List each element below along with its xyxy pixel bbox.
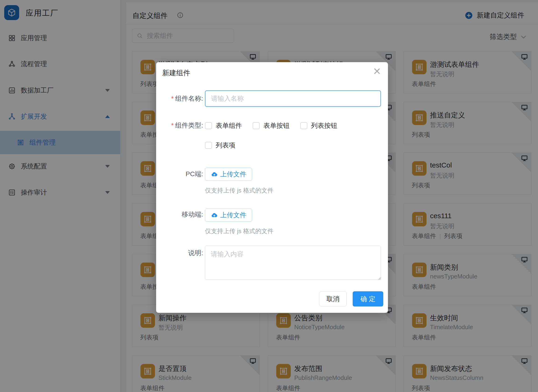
component-name-input[interactable] [205,90,381,107]
dialog-title: 新建组件 [162,68,190,78]
cloud-upload-icon [211,171,218,178]
mobile-upload-hint: 仅支持上传 js 格式的文件 [205,228,273,234]
name-field-label: *组件名称: [156,94,203,103]
description-textarea[interactable] [205,246,381,280]
type-field-label: *组件类型: [156,121,203,130]
close-icon[interactable]: ✕ [371,65,383,77]
component-type-checkbox-列表按钮[interactable]: 列表按钮 [300,121,348,131]
confirm-button[interactable]: 确 定 [353,291,383,307]
component-type-options: 表单组件 表单按钮 列表按钮 列表项 [205,121,355,150]
checkbox-icon[interactable] [205,142,212,149]
pc-upload-button[interactable]: 上传文件 [205,168,252,181]
component-type-checkbox-列表项[interactable]: 列表项 [205,140,253,150]
cancel-button[interactable]: 取消 [319,291,346,307]
description-field-label: 说明: [156,248,203,258]
mobile-upload-button[interactable]: 上传文件 [205,209,252,222]
component-type-checkbox-表单按钮[interactable]: 表单按钮 [253,121,300,131]
checkbox-icon[interactable] [205,122,212,129]
mobile-field-label: 移动端: [156,210,203,219]
component-type-checkbox-表单组件[interactable]: 表单组件 [205,121,253,131]
checkbox-icon[interactable] [253,122,260,129]
pc-field-label: PC端: [156,169,203,179]
checkbox-icon[interactable] [300,122,307,129]
pc-upload-hint: 仅支持上传 js 格式的文件 [205,187,273,194]
cloud-upload-icon [211,212,218,219]
new-component-dialog: 新建组件 ✕ *组件名称: *组件类型: 表单组件 表单按钮 列表按钮 列表项 … [156,62,388,313]
